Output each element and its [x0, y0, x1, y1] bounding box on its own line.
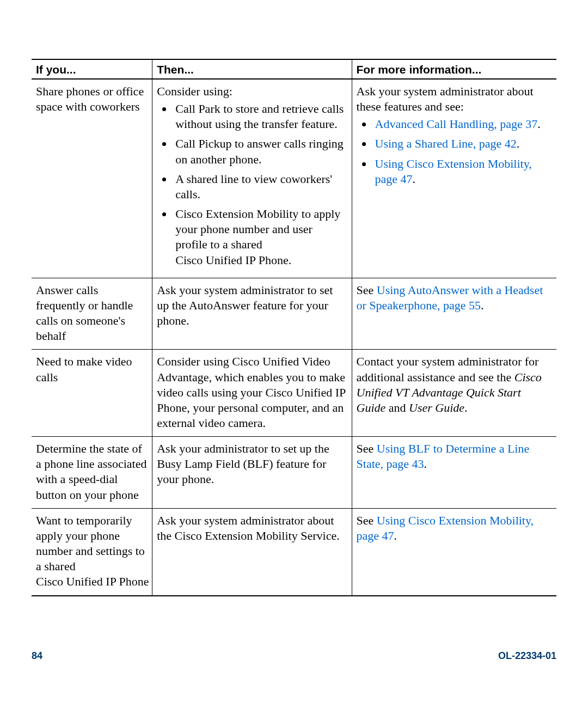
doc-id: OL-22334-01 [498, 650, 556, 662]
punct: . [394, 529, 397, 542]
text: Contact your system administrator for ad… [357, 355, 539, 383]
text: See [357, 442, 377, 455]
punct: . [413, 172, 416, 186]
cell-then: Ask your administrator to set up the Bus… [152, 437, 352, 509]
col-header-ifyou: If you... [32, 59, 152, 79]
list-item: Call Park to store and retrieve calls wi… [173, 101, 347, 132]
cell-info: See Using AutoAnswer with a Headset or S… [352, 278, 556, 350]
cell-ifyou: Want to temporarily apply your phone num… [32, 508, 152, 595]
text: See [357, 283, 377, 297]
list-item: Call Pickup to answer calls ringing on a… [173, 136, 347, 167]
list-item: Advanced Call Handling, page 37. [373, 117, 552, 132]
cell-info: See Using Cisco Extension Mobility, page… [352, 508, 556, 595]
table-row: Want to temporarily apply your phone num… [32, 508, 556, 595]
then-intro: Consider using: [157, 84, 232, 98]
list-item: Using a Shared Line, page 42. [373, 136, 552, 151]
page-number: 84 [32, 650, 42, 662]
list-item: Cisco Extension Mobility to apply your p… [173, 206, 347, 268]
text: and [385, 401, 409, 414]
cell-then: Consider using Cisco Unified Video Advan… [152, 350, 352, 437]
col-header-info: For more information... [352, 59, 556, 79]
table-row: Need to make video calls Consider using … [32, 350, 556, 437]
doc-title: User Guide [409, 401, 464, 414]
punct: . [424, 457, 427, 471]
link-autoanswer[interactable]: Using AutoAnswer with a Headset or Speak… [357, 283, 543, 312]
punct: . [481, 298, 484, 312]
table-row: Share phones or office space with cowork… [32, 79, 556, 278]
cell-info: Ask your system administrator about thes… [352, 79, 556, 278]
cell-info: See Using BLF to Determine a Line State,… [352, 437, 556, 509]
link-shared-line[interactable]: Using a Shared Line, page 42 [375, 137, 517, 150]
col-header-then: Then... [152, 59, 352, 79]
cell-ifyou: Determine the state of a phone line asso… [32, 437, 152, 509]
link-advanced-call-handling[interactable]: Advanced Call Handling, page 37 [375, 117, 538, 131]
cell-then: Ask your system administrator to set up … [152, 278, 352, 350]
cell-ifyou: Answer calls frequently or handle calls … [32, 278, 152, 350]
list-item: Using Cisco Extension Mobility, page 47. [373, 156, 552, 187]
text: See [357, 514, 377, 527]
cell-ifyou: Share phones or office space with cowork… [32, 79, 152, 278]
info-intro: Ask your system administrator about thes… [357, 84, 534, 113]
cell-info: Contact your system administrator for ad… [352, 350, 556, 437]
feature-table: If you... Then... For more information..… [32, 59, 556, 596]
table-row: Determine the state of a phone line asso… [32, 437, 556, 509]
page-footer: 84 OL-22334-01 [32, 650, 556, 662]
punct: . [517, 137, 520, 150]
cell-then: Ask your system administrator about the … [152, 508, 352, 595]
punct: . [537, 117, 541, 131]
link-extension-mobility[interactable]: Using Cisco Extension Mobility, page 47 [375, 157, 532, 186]
link-blf[interactable]: Using BLF to Determine a Line State, pag… [357, 442, 530, 471]
link-extension-mobility[interactable]: Using Cisco Extension Mobility, page 47 [357, 514, 534, 542]
punct: . [464, 401, 468, 414]
list-item: A shared line to view coworkers' calls. [173, 172, 347, 202]
table-row: Answer calls frequently or handle calls … [32, 278, 556, 350]
cell-then: Consider using: Call Park to store and r… [152, 79, 352, 278]
cell-ifyou: Need to make video calls [32, 350, 152, 437]
